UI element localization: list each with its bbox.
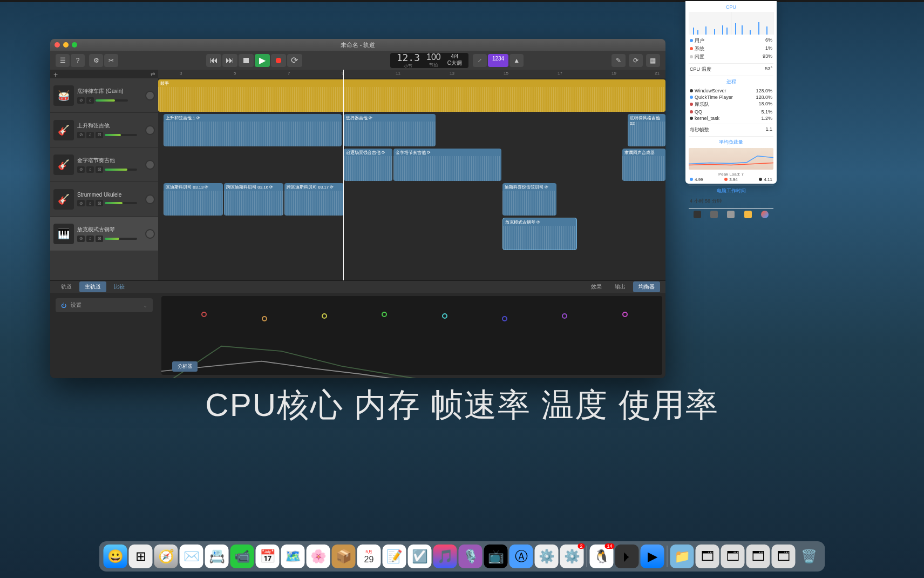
eq-node-3[interactable] xyxy=(322,313,327,319)
region-guitar1c[interactable]: 底特律风格吉他 02 xyxy=(628,114,665,146)
dock-calendar2[interactable]: 5月29 xyxy=(357,545,381,568)
eq-graph[interactable]: 分析器 xyxy=(161,296,662,375)
lcd-display[interactable]: 12.3 小节 100 节拍 4/4 C大调 xyxy=(390,53,468,68)
dock-qq[interactable]: 🐧14 xyxy=(590,545,614,568)
add-track-button[interactable]: + xyxy=(53,70,61,78)
media-button[interactable]: ▦ xyxy=(646,54,660,67)
settings-button[interactable]: ⚙ xyxy=(89,54,103,67)
lock-button[interactable]: ⊡ xyxy=(96,166,103,173)
dock-mail[interactable]: ✉️ xyxy=(180,545,203,568)
solo-button[interactable]: ♫ xyxy=(86,166,94,173)
count-in-button[interactable]: 1234 xyxy=(488,54,508,67)
region-uke3[interactable]: 跨区迪斯科贝司 03.17 ⟳ xyxy=(284,183,344,216)
note-button[interactable]: ✎ xyxy=(612,54,626,67)
dock-quicktime2[interactable]: ▶ xyxy=(641,545,664,568)
forward-button[interactable]: ⏭ xyxy=(222,54,237,67)
ruler[interactable]: 3 5 7 9 11 13 15 17 19 21 xyxy=(158,70,665,78)
monitor-icon-4[interactable] xyxy=(744,211,752,218)
playhead[interactable] xyxy=(343,70,344,280)
dock-launchpad[interactable]: ⊞ xyxy=(129,545,153,568)
rewind-button[interactable]: ⏮ xyxy=(206,54,221,67)
dock-calendar[interactable]: 📅 xyxy=(256,545,280,568)
region-guitar1b[interactable]: 选择器吉他 ⟳ xyxy=(344,114,436,146)
lock-button[interactable]: ⊡ xyxy=(96,236,103,242)
region-uke4[interactable]: 迪斯科喜悦击弦贝司 ⟳ xyxy=(502,183,556,216)
loop-button[interactable]: ⟳ xyxy=(629,54,643,67)
lock-button[interactable]: ⊡ xyxy=(96,132,103,138)
dock-podcasts[interactable]: 🎙️ xyxy=(459,545,483,568)
tab-output[interactable]: 输出 xyxy=(609,281,631,292)
library-button[interactable]: ☰ xyxy=(56,54,70,67)
close-button[interactable] xyxy=(55,42,60,48)
mute-button[interactable]: ⊘ xyxy=(77,97,85,104)
timeline[interactable]: 3 5 7 9 11 13 15 17 19 21 鼓手 上升和弦吉他.1 ⟳ … xyxy=(158,70,665,280)
solo-button[interactable]: ♫ xyxy=(86,236,94,242)
record-button[interactable]: ⏺ xyxy=(271,54,286,67)
minimize-button[interactable] xyxy=(63,42,69,48)
pan-knob[interactable] xyxy=(145,194,155,204)
mute-button[interactable]: ⊘ xyxy=(77,132,85,138)
tab-effect[interactable]: 效果 xyxy=(586,281,607,292)
eq-setting-dropdown[interactable]: ⏻ 设置 ⌄ xyxy=(56,298,153,312)
dock-facetime[interactable]: 📹 xyxy=(230,545,254,568)
dock-window3[interactable]: 🗔 xyxy=(746,545,770,568)
dock-photos[interactable]: 🌸 xyxy=(307,545,330,568)
region-guitar1a[interactable]: 上升和弦吉他.1 ⟳ xyxy=(164,114,342,146)
dock-folder[interactable]: 📁 xyxy=(670,545,694,568)
dock-tv[interactable]: 📺 xyxy=(484,545,508,568)
eq-node-8[interactable] xyxy=(622,312,628,317)
dock-settings[interactable]: ⚙️ xyxy=(535,545,559,568)
lock-button[interactable]: ⊡ xyxy=(96,200,103,206)
mute-button[interactable]: ⊘ xyxy=(77,166,85,173)
track-piano[interactable]: 🎹 放克模式古钢琴 ⊘ ♫ ⊡ xyxy=(50,217,158,251)
tab-track[interactable]: 轨道 xyxy=(56,281,77,292)
dock-quicktime[interactable]: ⏵ xyxy=(615,545,639,568)
stop-button[interactable]: ⏹ xyxy=(239,54,254,67)
pan-knob[interactable] xyxy=(145,160,155,170)
dock-safari[interactable]: 🧭 xyxy=(154,545,178,568)
pan-knob[interactable] xyxy=(145,125,155,135)
mute-button[interactable]: ⊘ xyxy=(77,236,85,242)
dock-app-badge[interactable]: ⚙️2 xyxy=(560,545,584,568)
track-guitar2[interactable]: 🎸 金字塔节奏吉他 ⊘ ♫ ⊡ xyxy=(50,147,158,182)
dock-window4[interactable]: 🗔 xyxy=(772,545,796,568)
track-ukulele[interactable]: 🎸 Strummed Ukulele ⊘ ♫ ⊡ xyxy=(50,182,158,217)
cycle-button[interactable]: ⟳ xyxy=(287,54,302,67)
volume-slider[interactable] xyxy=(105,169,137,171)
solo-button[interactable]: ♫ xyxy=(86,97,94,104)
dock-window1[interactable]: 🗔 xyxy=(696,545,719,568)
automation-toggle[interactable]: ⇄ xyxy=(151,71,155,77)
solo-button[interactable]: ♫ xyxy=(86,200,94,206)
tab-compare[interactable]: 比较 xyxy=(108,281,130,292)
monitor-icon-1[interactable] xyxy=(694,211,701,218)
dock-finder[interactable]: 😀 xyxy=(104,545,127,568)
monitor-icon-3[interactable] xyxy=(727,211,735,218)
solo-button[interactable]: ♫ xyxy=(86,132,94,138)
tab-main-track[interactable]: 主轨道 xyxy=(79,281,106,292)
tuner-button[interactable]: ⟋ xyxy=(473,54,487,67)
region-drums[interactable]: 鼓手 xyxy=(158,79,665,112)
region-piano[interactable]: 放克模式古钢琴 ⟳ xyxy=(502,218,577,250)
region-guitar2b[interactable]: 金字塔节奏吉他 ⟳ xyxy=(393,149,501,181)
scissors-button[interactable]: ✂ xyxy=(104,54,118,67)
dock-music[interactable]: 🎵 xyxy=(433,545,457,568)
region-uke2[interactable]: 跨区迪斯科贝司 03.16 ⟳ xyxy=(224,183,283,216)
dock-notes[interactable]: 📝 xyxy=(383,545,406,568)
monitor-icon-5[interactable] xyxy=(761,211,769,218)
dock-reminders[interactable]: ☑️ xyxy=(408,545,432,568)
pan-knob[interactable] xyxy=(145,91,155,100)
dock-contacts[interactable]: 📇 xyxy=(205,545,229,568)
power-icon[interactable]: ⏻ xyxy=(61,303,66,308)
volume-slider[interactable] xyxy=(96,99,128,102)
mute-button[interactable]: ⊘ xyxy=(77,200,85,206)
eq-node-6[interactable] xyxy=(502,316,507,321)
region-guitar2a[interactable]: 追逐场景强音吉他 ⟳ xyxy=(344,149,392,181)
help-button[interactable]: ? xyxy=(71,54,85,67)
volume-slider[interactable] xyxy=(105,238,137,240)
tab-eq[interactable]: 均衡器 xyxy=(633,281,660,292)
monitor-icon-2[interactable] xyxy=(710,211,718,218)
dock-app1[interactable]: 📦 xyxy=(332,545,356,568)
volume-slider[interactable] xyxy=(105,134,137,136)
track-drums[interactable]: 🥁 底特律车库 (Gavin) ⊘ ♫ xyxy=(50,78,158,113)
region-uke1[interactable]: 区迪斯科贝司 03.13 ⟳ xyxy=(164,183,223,216)
